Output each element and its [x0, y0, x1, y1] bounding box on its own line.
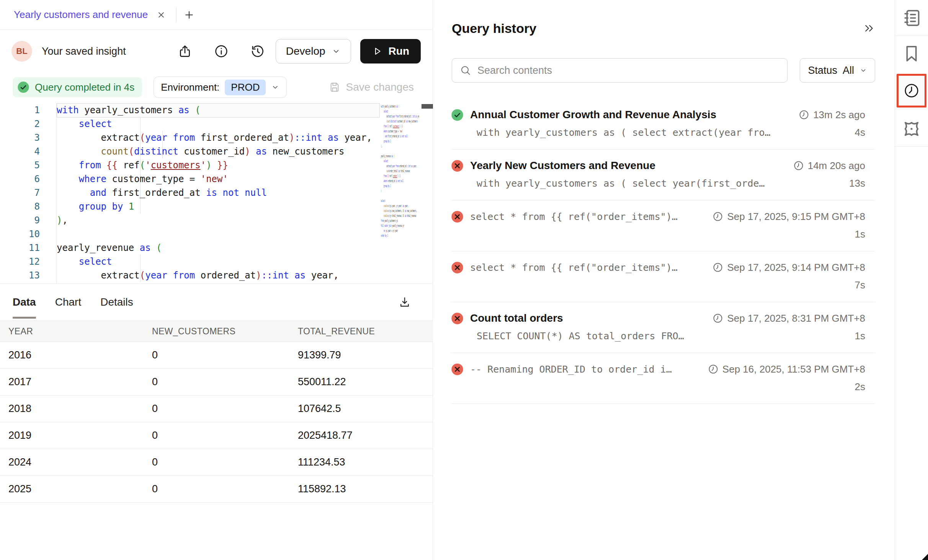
editor-scrollbar-thumb[interactable]	[422, 104, 433, 109]
run-button[interactable]: Run	[360, 39, 421, 63]
history-item-query: select * from {{ ref("order_items")…	[470, 262, 678, 273]
table-cell: 0	[152, 349, 298, 361]
check-circle-icon	[17, 81, 29, 93]
history-item-query: with yearly_customers as ( select year(f…	[477, 178, 765, 189]
code-area[interactable]: with yearly_customers as ( select extrac…	[57, 103, 381, 283]
avatar: BL	[11, 41, 32, 62]
history-item-time: 13m 2s ago	[799, 109, 875, 121]
code-line[interactable]: extract(year from ordered_at)::int as ye…	[57, 269, 381, 282]
history-item[interactable]: Count total ordersSep 17, 2025, 8:31 PM …	[451, 302, 875, 353]
save-changes-button[interactable]: Save changes	[328, 81, 414, 93]
editor-panel: Yearly customers and revenue BL Your sav…	[0, 0, 433, 560]
download-icon[interactable]	[398, 295, 412, 309]
table-body: 2016091399.7920170550011.2220180107642.5…	[0, 342, 433, 503]
bookmark-button[interactable]	[901, 43, 922, 64]
history-item[interactable]: select * from {{ ref("order_items")…Sep …	[451, 200, 875, 251]
table-cell: 0	[152, 430, 298, 441]
new-tab-button[interactable]	[183, 9, 195, 21]
run-label: Run	[389, 45, 409, 57]
history-item[interactable]: select * from {{ ref("order_items")…Sep …	[451, 251, 875, 302]
clock-icon	[799, 109, 809, 120]
code-line[interactable]: yearly_revenue as (	[57, 241, 381, 255]
code-line[interactable]: extract(year from first_ordered_at)::int…	[57, 131, 381, 145]
collapse-panel-icon[interactable]	[863, 22, 875, 34]
history-clock-icon	[899, 76, 925, 106]
line-number: 3	[0, 131, 56, 145]
column-header[interactable]: YEAR	[8, 326, 152, 337]
code-line[interactable]: with yearly_customers as (	[57, 103, 381, 117]
lineage-button[interactable]	[901, 118, 922, 140]
history-item-duration: 2s	[855, 381, 875, 393]
bookmark-icon	[901, 43, 922, 64]
status-bar: Query completed in 4s Environment: PROD …	[0, 73, 433, 102]
tab-divider	[176, 7, 176, 23]
save-changes-label: Save changes	[346, 81, 414, 93]
sql-editor[interactable]: 1234567891011121314151617181920212223242…	[0, 102, 433, 283]
editor-minimap[interactable]: with yearly_customers as ( select extrac…	[381, 104, 419, 249]
table-cell: 0	[152, 376, 298, 388]
history-item-query: -- Renaming ORDER_ID to order_id i…	[470, 364, 672, 375]
right-side-toolbar	[895, 0, 928, 560]
close-icon[interactable]	[156, 10, 166, 20]
code-line[interactable]: ),	[57, 213, 381, 227]
code-line[interactable]: select	[57, 117, 381, 131]
history-item[interactable]: -- Renaming ORDER_ID to order_id i…Sep 1…	[451, 353, 875, 404]
panel-title: Query history	[452, 21, 536, 36]
code-line[interactable]: group by 1	[57, 200, 381, 213]
info-icon[interactable]	[214, 44, 229, 59]
play-icon	[372, 46, 382, 57]
version-history-icon[interactable]	[250, 44, 265, 59]
results-tab-chart[interactable]: Chart	[55, 284, 81, 321]
search-input[interactable]	[477, 65, 779, 77]
clock-icon	[793, 160, 804, 171]
code-line[interactable]: where customer_type = 'new'	[57, 172, 381, 186]
toolbar-divider	[895, 36, 928, 36]
lineage-icon	[901, 118, 922, 140]
toolbar-icons	[177, 44, 265, 59]
search-icon	[460, 65, 471, 76]
column-header[interactable]: TOTAL_REVENUE	[298, 326, 433, 337]
share-icon[interactable]	[177, 44, 193, 59]
results-tab-details[interactable]: Details	[100, 284, 133, 321]
code-line[interactable]: sum(order_total) as total_revenue	[57, 282, 381, 283]
error-icon	[451, 261, 464, 274]
table-row: 201902025418.77	[0, 422, 433, 449]
table-cell: 111234.53	[298, 456, 433, 468]
query-history-header: Query history	[452, 17, 875, 40]
code-line[interactable]	[57, 227, 381, 241]
history-clock-button[interactable]	[897, 74, 926, 107]
history-item[interactable]: Yearly New Customers and Revenue14m 20s …	[451, 150, 875, 200]
column-header[interactable]: NEW_CUSTOMERS	[152, 326, 298, 337]
code-line[interactable]: count(distinct customer_id) as new_custo…	[57, 145, 381, 158]
environment-selector[interactable]: Environment: PROD	[154, 77, 287, 98]
table-cell: 2024	[8, 456, 152, 468]
tab-yearly-customers-and-revenue[interactable]: Yearly customers and revenue	[0, 0, 166, 30]
line-number: 11	[0, 241, 56, 255]
chevron-down-icon	[271, 83, 279, 91]
develop-button[interactable]: Develop	[276, 39, 351, 63]
search-box[interactable]	[452, 58, 787, 83]
code-line[interactable]: and first_ordered_at is not null	[57, 186, 381, 200]
line-number: 2	[0, 117, 56, 131]
history-item[interactable]: Annual Customer Growth and Revenue Analy…	[451, 99, 875, 150]
code-line[interactable]: select	[57, 255, 381, 269]
line-number: 10	[0, 227, 56, 241]
history-item-time: Sep 17, 2025, 8:31 PM GMT+8	[712, 313, 875, 324]
results-tab-data[interactable]: Data	[13, 284, 36, 321]
history-item-query: select * from {{ ref("order_items")…	[470, 211, 678, 222]
toolbar-divider	[895, 146, 928, 147]
table-cell: 2017	[8, 376, 152, 388]
table-cell: 2018	[8, 403, 152, 415]
query-history-controls: Status All	[452, 58, 875, 83]
error-icon	[451, 312, 464, 325]
table-cell: 2025418.77	[298, 430, 433, 441]
query-status-text: Query completed in 4s	[35, 81, 134, 93]
tab-title: Yearly customers and revenue	[14, 9, 148, 21]
status-filter-value: All	[843, 65, 854, 77]
code-line[interactable]: from {{ ref('customers') }}	[57, 158, 381, 172]
notebook-button[interactable]	[901, 7, 922, 29]
clock-icon	[712, 313, 723, 324]
status-filter-dropdown[interactable]: Status All	[800, 58, 875, 83]
results-tab-bar: DataChartDetails	[0, 284, 433, 321]
history-item-title: Annual Customer Growth and Revenue Analy…	[470, 109, 716, 120]
